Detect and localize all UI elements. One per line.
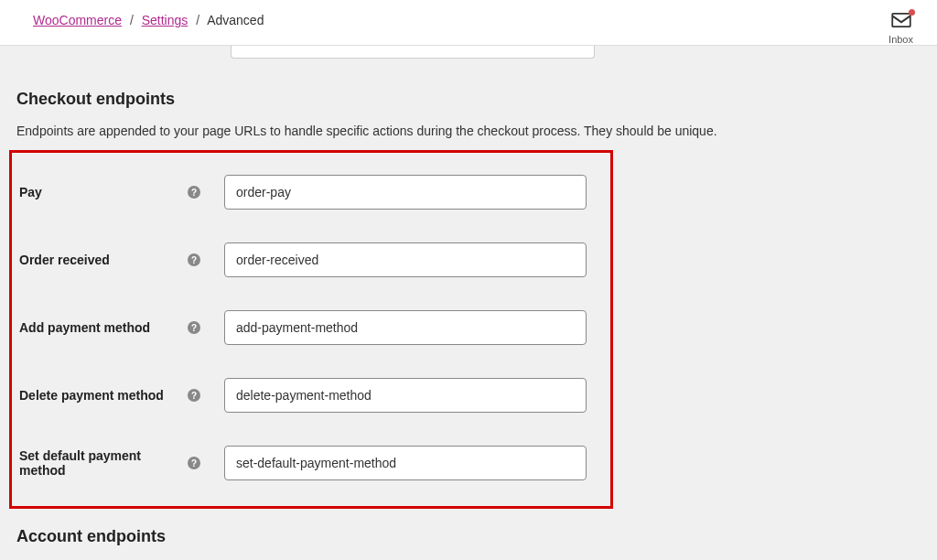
label-text: Pay bbox=[19, 185, 42, 199]
delete-payment-input[interactable] bbox=[224, 378, 587, 413]
set-default-payment-label: Set default payment method ? bbox=[19, 448, 210, 478]
label-text: Delete payment method bbox=[19, 388, 164, 403]
add-payment-label: Add payment method ? bbox=[19, 320, 210, 335]
help-icon[interactable]: ? bbox=[188, 389, 200, 402]
order-received-label: Order received ? bbox=[19, 253, 210, 267]
breadcrumb-sep: / bbox=[196, 13, 199, 27]
inbox-label: Inbox bbox=[889, 34, 913, 45]
prior-field-remnant bbox=[231, 46, 595, 59]
add-payment-input[interactable] bbox=[224, 310, 587, 345]
label-text: Set default payment method bbox=[19, 448, 180, 478]
highlighted-section: Pay ? Order received ? Add payment metho… bbox=[9, 150, 613, 509]
notification-dot bbox=[909, 9, 915, 16]
field-row-set-default-payment: Set default payment method ? bbox=[12, 429, 610, 497]
delete-payment-label: Delete payment method ? bbox=[19, 388, 210, 403]
order-received-input[interactable] bbox=[224, 242, 587, 277]
help-icon[interactable]: ? bbox=[188, 457, 200, 469]
checkout-endpoints-desc: Endpoints are appended to your page URLs… bbox=[16, 122, 921, 141]
account-endpoints-heading: Account endpoints bbox=[16, 527, 921, 546]
field-row-add-payment: Add payment method ? bbox=[12, 294, 610, 361]
breadcrumb-root-link[interactable]: WooCommerce bbox=[33, 13, 122, 27]
breadcrumb: WooCommerce / Settings / Advanced bbox=[33, 13, 264, 27]
help-icon[interactable]: ? bbox=[188, 186, 200, 199]
help-icon[interactable]: ? bbox=[188, 253, 200, 266]
set-default-payment-input[interactable] bbox=[224, 446, 587, 480]
field-row-delete-payment: Delete payment method ? bbox=[12, 361, 610, 429]
pay-input[interactable] bbox=[224, 175, 587, 210]
page-content: Checkout endpoints Endpoints are appende… bbox=[0, 46, 937, 560]
field-row-order-received: Order received ? bbox=[12, 226, 610, 294]
field-row-pay: Pay ? bbox=[12, 158, 610, 226]
help-icon[interactable]: ? bbox=[188, 321, 200, 334]
breadcrumb-settings-link[interactable]: Settings bbox=[142, 13, 188, 27]
inbox-icon bbox=[891, 13, 911, 27]
label-text: Add payment method bbox=[19, 320, 150, 335]
checkout-endpoints-heading: Checkout endpoints bbox=[16, 90, 921, 109]
pay-label: Pay ? bbox=[19, 185, 210, 199]
top-bar: WooCommerce / Settings / Advanced Inbox bbox=[0, 0, 937, 46]
inbox-button[interactable]: Inbox bbox=[889, 13, 919, 45]
label-text: Order received bbox=[19, 253, 110, 267]
breadcrumb-sep: / bbox=[130, 13, 134, 27]
breadcrumb-current: Advanced bbox=[207, 13, 264, 27]
